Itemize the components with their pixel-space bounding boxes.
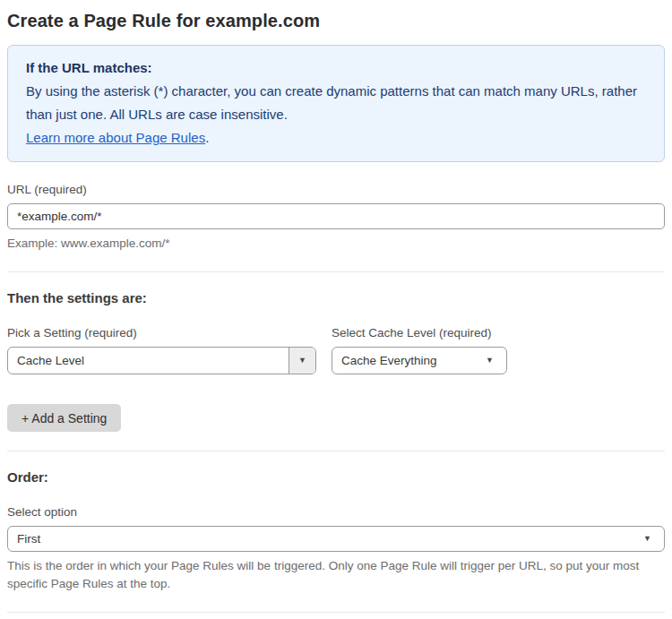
- setting-picker-value: Cache Level: [8, 354, 289, 367]
- info-box-link-line: Learn more about Page Rules.: [26, 126, 646, 150]
- setting-picker-group: Pick a Setting (required) Cache Level ▼: [7, 326, 332, 374]
- order-value: First: [8, 532, 643, 546]
- divider: [7, 612, 665, 613]
- caret-down-icon: ▼: [486, 357, 494, 365]
- divider: [7, 271, 665, 272]
- create-page-rule-form: Create a Page Rule for example.com If th…: [0, 0, 672, 619]
- page-title: Create a Page Rule for example.com: [7, 11, 665, 31]
- dropdown-arrow: ▼: [643, 535, 664, 543]
- order-dropdown[interactable]: First ▼: [7, 526, 665, 552]
- info-box-body: By using the asterisk (*) character, you…: [26, 80, 646, 126]
- url-input[interactable]: [7, 203, 665, 229]
- url-match-info-box: If the URL matches: By using the asteris…: [7, 45, 665, 162]
- order-section-heading: Order:: [7, 469, 665, 485]
- settings-section-heading: Then the settings are:: [7, 290, 665, 305]
- info-box-heading: If the URL matches:: [26, 56, 646, 80]
- url-example-text: Example: www.example.com/*: [7, 235, 665, 253]
- divider: [7, 451, 665, 451]
- cache-picker-value: Cache Everything: [332, 354, 486, 367]
- setting-picker-label: Pick a Setting (required): [7, 326, 332, 340]
- link-period: .: [205, 130, 209, 145]
- url-field-label: URL (required): [7, 183, 665, 196]
- caret-down-icon: ▼: [298, 357, 306, 365]
- cache-picker-label: Select Cache Level (required): [332, 326, 665, 340]
- learn-more-link[interactable]: Learn more about Page Rules: [26, 130, 205, 145]
- dropdown-arrow-button[interactable]: ▼: [289, 348, 315, 374]
- add-setting-button[interactable]: + Add a Setting: [7, 404, 121, 432]
- settings-pickers-row: Pick a Setting (required) Cache Level ▼ …: [7, 326, 665, 374]
- cache-level-picker-group: Select Cache Level (required) Cache Ever…: [332, 326, 665, 374]
- dropdown-arrow: ▼: [486, 357, 506, 365]
- caret-down-icon: ▼: [643, 535, 651, 543]
- setting-picker-dropdown[interactable]: Cache Level ▼: [7, 347, 316, 374]
- cache-level-dropdown[interactable]: Cache Everything ▼: [332, 347, 507, 374]
- order-help-text: This is the order in which your Page Rul…: [7, 557, 665, 593]
- order-select-label: Select option: [7, 505, 665, 519]
